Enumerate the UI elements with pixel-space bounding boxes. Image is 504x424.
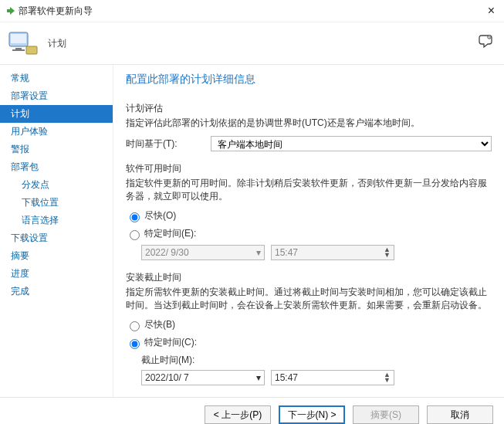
sidebar-item-download-loc[interactable]: 下载位置	[0, 194, 113, 212]
calendar-dropdown-icon: ▾	[256, 372, 261, 383]
deadline-title: 安装截止时间	[126, 271, 492, 284]
sidebar-item-package[interactable]: 部署包	[0, 158, 113, 176]
page-heading: 配置此部署的计划详细信息	[126, 73, 492, 86]
sidebar-item-language[interactable]: 语言选择	[0, 212, 113, 229]
wizard-sidebar: 常规 部署设置 计划 用户体验 警报 部署包 分发点 下载位置 语言选择 下载设…	[0, 65, 113, 397]
sidebar-item-user-experience[interactable]: 用户体验	[0, 123, 113, 141]
sidebar-item-complete[interactable]: 完成	[0, 283, 113, 300]
spinner-icon: ▲▼	[384, 372, 391, 383]
deadline-time-input[interactable]: 15:47 ▲▼	[271, 370, 394, 385]
time-basis-label: 时间基于(T):	[126, 137, 211, 151]
avail-specific-label: 特定时间(E):	[144, 227, 196, 240]
wizard-arrow-icon	[6, 6, 15, 15]
sidebar-item-summary[interactable]: 摘要	[0, 247, 113, 265]
avail-time-input[interactable]: 15:47 ▲▼	[271, 245, 394, 260]
avail-title: 软件可用时间	[126, 162, 492, 175]
deadline-asap-label: 尽快(B)	[144, 318, 175, 331]
help-icon[interactable]: ?	[478, 33, 493, 51]
close-icon[interactable]: ×	[485, 4, 498, 18]
window-title: 部署软件更新向导	[19, 5, 485, 18]
deadline-desc: 指定所需软件更新的安装截止时间。通过将截止时间与安装时间相加，您可以确定该截止时…	[126, 286, 492, 312]
eval-desc: 指定评估此部署的计划依据的是协调世界时(UTC)还是客户端本地时间。	[126, 117, 492, 130]
sidebar-item-progress[interactable]: 进度	[0, 265, 113, 283]
svg-rect-1	[11, 34, 26, 43]
deadline-specific-label: 特定时间(C):	[144, 336, 197, 349]
next-button[interactable]: 下一步(N) >	[279, 405, 345, 424]
summary-button[interactable]: 摘要(S)	[353, 405, 419, 424]
avail-specific-radio[interactable]	[130, 230, 140, 240]
svg-rect-2	[15, 48, 22, 49]
sidebar-item-download-settings[interactable]: 下载设置	[0, 229, 113, 247]
avail-asap-label: 尽快(O)	[144, 209, 176, 222]
sidebar-item-deploy-settings[interactable]: 部署设置	[0, 87, 113, 105]
calendar-dropdown-icon: ▾	[256, 247, 261, 258]
avail-asap-radio[interactable]	[130, 212, 140, 222]
sidebar-item-dist-point[interactable]: 分发点	[0, 176, 113, 194]
svg-rect-3	[12, 49, 25, 51]
deadline-date-input[interactable]: 2022/10/ 7 ▾	[141, 370, 265, 385]
header-step-label: 计划	[48, 37, 66, 50]
deadline-specific-radio[interactable]	[130, 339, 140, 349]
spinner-icon: ▲▼	[384, 247, 391, 258]
time-basis-select[interactable]: 客户端本地时间	[211, 136, 492, 151]
cancel-button[interactable]: 取消	[427, 405, 493, 424]
sidebar-item-alerts[interactable]: 警报	[0, 141, 113, 158]
wizard-header-icon	[8, 29, 39, 57]
deadline-asap-radio[interactable]	[130, 321, 140, 331]
sidebar-item-schedule[interactable]: 计划	[0, 105, 113, 123]
deadline-time-label: 截止时间(M):	[141, 354, 492, 367]
sidebar-item-general[interactable]: 常规	[0, 70, 113, 87]
content-pane: 配置此部署的计划详细信息 计划评估 指定评估此部署的计划依据的是协调世界时(UT…	[113, 65, 504, 397]
avail-date-input[interactable]: 2022/ 9/30 ▾	[141, 245, 265, 260]
avail-desc: 指定软件更新的可用时间。除非计划稍后安装软件更新，否则软件更新一旦分发给内容服务…	[126, 177, 492, 203]
eval-title: 计划评估	[126, 102, 492, 115]
wizard-footer: < 上一步(P) 下一步(N) > 摘要(S) 取消	[0, 397, 504, 424]
prev-button[interactable]: < 上一步(P)	[205, 405, 271, 424]
svg-rect-4	[26, 46, 37, 54]
